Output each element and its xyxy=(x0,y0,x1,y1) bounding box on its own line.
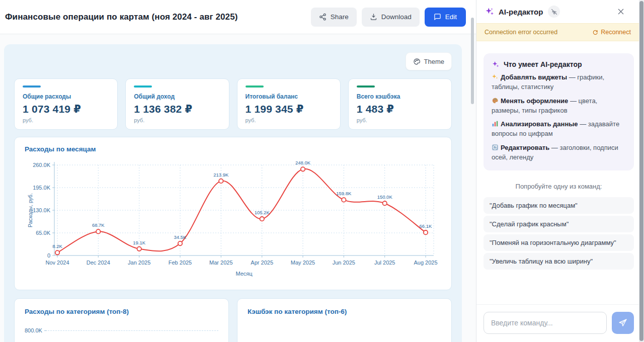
wifi-off-icon xyxy=(551,9,557,15)
svg-text:105.2K: 105.2K xyxy=(255,210,270,215)
dashboard-content: Theme Общие расходы 1 073 419 ₽ руб. Общ… xyxy=(0,34,476,342)
bar-chart-icon xyxy=(492,120,499,127)
ai-panel-body: Что умеет AI-редактор Добавлять виджеты … xyxy=(476,41,644,304)
svg-text:May 2025: May 2025 xyxy=(291,260,315,266)
page-scrollbar[interactable] xyxy=(639,0,644,342)
main-scrollbar-thumb[interactable] xyxy=(471,18,474,104)
command-input[interactable] xyxy=(484,312,607,334)
connection-error-text: Connection error occurred xyxy=(485,29,557,36)
svg-text:195.0K: 195.0K xyxy=(33,185,51,191)
stat-card-final-balance: Итоговый баланс 1 199 345 ₽ руб. xyxy=(237,78,341,130)
svg-text:Jun 2025: Jun 2025 xyxy=(333,260,355,266)
svg-text:Aug 2025: Aug 2025 xyxy=(414,260,437,266)
dashboard-canvas: Theme Общие расходы 1 073 419 ₽ руб. Общ… xyxy=(4,44,462,342)
svg-text:213.9K: 213.9K xyxy=(213,172,229,178)
sparkles-icon xyxy=(492,60,500,68)
svg-text:Nov 2024: Nov 2024 xyxy=(45,260,69,266)
download-button-label: Download xyxy=(381,13,412,21)
svg-text:Feb 2025: Feb 2025 xyxy=(169,260,192,266)
stat-value: 1 483 ₽ xyxy=(357,103,443,115)
stat-label: Общие расходы xyxy=(23,93,109,100)
suggestion-horizontal-chart[interactable]: "Поменяй на горизонтальную диаграмму" xyxy=(484,234,634,251)
reconnect-button[interactable]: Reconnect xyxy=(592,29,631,36)
capabilities-heading: Что умеет AI-редактор xyxy=(504,60,582,68)
stat-value: 1 199 345 ₽ xyxy=(246,103,332,115)
svg-text:Mar 2025: Mar 2025 xyxy=(209,260,232,266)
try-commands-heading: Попробуйте одну из команд: xyxy=(484,183,634,190)
download-icon xyxy=(370,13,377,21)
svg-text:8.2K: 8.2K xyxy=(52,243,62,249)
stat-label: Всего кэшбэка xyxy=(357,93,443,100)
suggestion-widen-table[interactable]: "Увеличь таблицу на всю ширину" xyxy=(484,253,634,270)
stat-label: Общий доход xyxy=(134,93,220,100)
command-input-row xyxy=(476,304,644,342)
svg-text:150.0K: 150.0K xyxy=(377,194,393,200)
svg-text:Dec 2024: Dec 2024 xyxy=(87,260,110,266)
svg-text:Расходы, руб.: Расходы, руб. xyxy=(27,193,33,227)
svg-text:Apr 2025: Apr 2025 xyxy=(251,260,273,266)
suggestion-make-chart-red[interactable]: "Сделай график красным" xyxy=(484,216,634,232)
share-icon xyxy=(319,13,327,21)
monthly-expenses-card: Расходы по месяцам 065.0K130.0K195.0K260… xyxy=(14,137,452,290)
gridline xyxy=(48,330,218,331)
ai-editor-panel: AI-редактор Connection error occurred Re… xyxy=(476,0,644,342)
accent-bar xyxy=(357,86,375,88)
svg-text:159.8K: 159.8K xyxy=(336,191,352,196)
svg-text:Месяц: Месяц xyxy=(235,271,253,277)
bottom-cards-row: Расходы по категориям (топ-8) 800.0K Кэш… xyxy=(14,298,452,342)
capability-item-edit: Редактировать — заголовки, подписи осей,… xyxy=(492,143,626,162)
capability-item-analyze: Анализировать данные — задавайте вопросы… xyxy=(492,120,626,139)
expenses-line-chart: 065.0K130.0K195.0K260.0KNov 2024Dec 2024… xyxy=(25,157,441,285)
edit-button[interactable]: Edit xyxy=(425,8,466,27)
svg-text:260.0K: 260.0K xyxy=(33,162,51,168)
cashback-by-category-card: Кэшбэк по категориям (топ-6) xyxy=(237,298,452,342)
ai-panel-header: AI-редактор xyxy=(476,0,644,23)
svg-text:Jul 2025: Jul 2025 xyxy=(374,260,395,266)
ai-sparkles-icon xyxy=(485,7,495,17)
svg-text:68.7K: 68.7K xyxy=(92,222,105,228)
svg-text:66.1K: 66.1K xyxy=(420,223,432,229)
ai-panel-title: AI-редактор xyxy=(499,8,543,16)
axis-tick-mark xyxy=(44,330,47,331)
theme-button[interactable]: Theme xyxy=(406,52,452,70)
page-scrollbar-thumb[interactable] xyxy=(639,1,643,341)
accent-bar xyxy=(246,86,264,88)
stat-card-total-expenses: Общие расходы 1 073 419 ₽ руб. xyxy=(14,78,118,130)
canvas-toolbar: Theme xyxy=(14,52,452,70)
stat-unit: руб. xyxy=(23,117,109,123)
stats-row: Общие расходы 1 073 419 ₽ руб. Общий дох… xyxy=(14,78,452,130)
expenses-line-chart-svg: 065.0K130.0K195.0K260.0KNov 2024Dec 2024… xyxy=(25,157,441,283)
sparkles-icon xyxy=(492,73,499,80)
stat-unit: руб. xyxy=(246,117,332,123)
palette-icon xyxy=(492,97,499,104)
svg-text:Jan 2025: Jan 2025 xyxy=(128,260,150,266)
accent-bar xyxy=(134,86,152,88)
edit-button-label: Edit xyxy=(445,13,457,21)
main-area: Финансовые операции по картам (ноя 2024 … xyxy=(0,0,476,342)
svg-text:19.1K: 19.1K xyxy=(133,240,145,245)
palette-icon xyxy=(413,58,421,65)
svg-text:65.0K: 65.0K xyxy=(36,230,50,236)
stat-card-total-cashback: Всего кэшбэка 1 483 ₽ руб. xyxy=(348,78,452,130)
axis-tick-label: 800.0K xyxy=(25,327,42,333)
page-title: Финансовые операции по картам (ноя 2024 … xyxy=(5,12,237,22)
reconnect-label: Reconnect xyxy=(601,29,631,36)
header: Финансовые операции по картам (ноя 2024 … xyxy=(0,0,476,34)
svg-text:248.0K: 248.0K xyxy=(295,160,311,165)
download-button[interactable]: Download xyxy=(362,8,420,27)
stat-value: 1 136 382 ₽ xyxy=(134,103,220,115)
share-button[interactable]: Share xyxy=(311,8,357,27)
send-button[interactable] xyxy=(612,312,634,334)
close-panel-button[interactable] xyxy=(616,7,626,17)
capability-item-widgets: Добавлять виджеты — графики, таблицы, ст… xyxy=(492,73,626,92)
capability-item-style: Менять оформление — цвета, размеры, типы… xyxy=(492,97,626,116)
header-actions: Share Download Edit xyxy=(311,8,466,27)
accent-bar xyxy=(23,86,41,88)
svg-text:34.5K: 34.5K xyxy=(174,234,187,240)
chat-icon xyxy=(434,13,441,21)
capabilities-card: Что умеет AI-редактор Добавлять виджеты … xyxy=(484,53,634,170)
send-icon xyxy=(618,318,627,327)
suggestion-add-monthly-chart[interactable]: "Добавь график по месяцам" xyxy=(484,197,634,214)
refresh-icon xyxy=(492,144,499,151)
theme-button-label: Theme xyxy=(424,58,444,65)
